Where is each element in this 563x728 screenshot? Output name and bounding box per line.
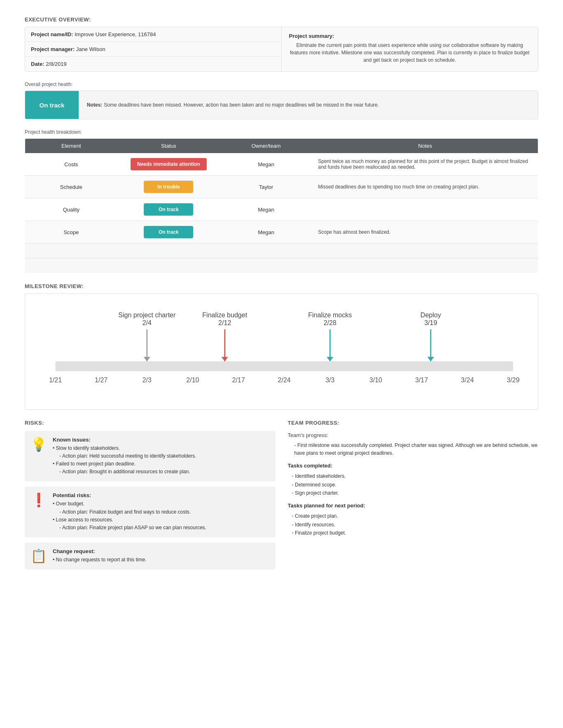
owner-cell: Megan — [220, 198, 312, 221]
list-item: Determined scope. — [292, 481, 539, 489]
list-item: Identified stakeholders. — [292, 472, 539, 480]
team-progress-section: TEAM PROGRESS: Team's progress: First mi… — [288, 420, 539, 575]
notes-cell: Spent twice as much money as planned for… — [312, 153, 538, 176]
risk-icon: 💡 — [30, 437, 47, 452]
risk-card: 💡Known issues:Slow to identify stakehold… — [25, 431, 276, 482]
date-value: 2/8/2019 — [46, 61, 67, 67]
notes-text: Some deadlines have been missed. However… — [104, 102, 379, 108]
element-cell: Scope — [25, 221, 117, 244]
team-intro-text: First milestone was successfully complet… — [288, 442, 539, 457]
milestone-section: MILESTONE REVIEW: 1/211/272/32/102/172/2… — [25, 283, 538, 410]
element-cell: Costs — [25, 153, 117, 176]
project-manager-label: Project manager: — [31, 46, 75, 52]
empty-row — [25, 258, 538, 273]
risks-section: RISKS: 💡Known issues:Slow to identify st… — [25, 420, 276, 575]
svg-text:2/24: 2/24 — [278, 376, 291, 384]
svg-marker-13 — [144, 357, 150, 361]
svg-text:2/10: 2/10 — [186, 376, 199, 384]
status-badge: On track — [144, 226, 193, 238]
team-content: Team's progress: First milestone was suc… — [288, 431, 539, 537]
svg-text:Sign project charter: Sign project charter — [118, 311, 176, 319]
svg-text:2/28: 2/28 — [324, 319, 336, 326]
svg-text:2/3: 2/3 — [143, 376, 152, 384]
list-item: Failed to meet project plan deadline. — [53, 460, 196, 468]
health-notes: Notes: Some deadlines have been missed. … — [79, 91, 387, 119]
timeline-svg: 1/211/272/32/102/172/243/33/103/173/243/… — [33, 306, 530, 400]
executive-overview-title: EXECUTIVE OVERVIEW: — [25, 16, 538, 23]
svg-text:3/3: 3/3 — [325, 376, 334, 384]
risks-title: RISKS: — [25, 420, 276, 426]
col-element: Element — [25, 139, 117, 154]
summary-text: Eliminate the current pain points that u… — [289, 42, 531, 64]
risk-card: ❗Potential risks:Over budget.Action plan… — [25, 486, 276, 537]
svg-rect-0 — [56, 361, 513, 371]
tasks-next-label: Tasks planned for next period: — [288, 501, 539, 510]
svg-marker-21 — [327, 357, 333, 361]
team-progress-title: TEAM PROGRESS: — [288, 420, 539, 426]
status-badge: Needs immediate attention — [131, 158, 207, 170]
team-intro-label: Team's progress: — [288, 431, 539, 440]
tasks-next-group: Tasks planned for next period: Create pr… — [288, 501, 539, 537]
risks-container: 💡Known issues:Slow to identify stakehold… — [25, 431, 276, 570]
svg-text:2/12: 2/12 — [218, 319, 231, 326]
milestone-chart-wrapper: 1/211/272/32/102/172/243/33/103/173/243/… — [25, 293, 538, 410]
status-cell: On track — [117, 221, 220, 244]
notes-cell: Missed deadlines due to spending too muc… — [312, 176, 538, 198]
svg-text:1/21: 1/21 — [49, 376, 62, 384]
table-row: QualityOn trackMegan — [25, 198, 538, 221]
exec-right-column: Project summary: Eliminate the current p… — [282, 27, 538, 71]
health-status-button: On track — [25, 91, 79, 119]
list-item: Slow to identify stakeholders. — [53, 444, 196, 452]
date-label: Date: — [31, 61, 44, 67]
health-box: On track Notes: Some deadlines have been… — [25, 91, 538, 119]
list-item: Lose access to resources. — [53, 516, 206, 524]
list-item: Action plan: Brought in additional resou… — [53, 468, 196, 476]
table-row: ScheduleIn troubleTaylorMissed deadlines… — [25, 176, 538, 198]
col-notes: Notes — [312, 139, 538, 154]
svg-marker-25 — [428, 357, 434, 361]
breakdown-tbody: CostsNeeds immediate attentionMeganSpent… — [25, 153, 538, 273]
empty-row — [25, 244, 538, 258]
timeline-svg-wrapper: 1/211/272/32/102/172/243/33/103/173/243/… — [33, 306, 530, 401]
risk-card: 📋Change request:No change requests to re… — [25, 542, 276, 570]
svg-text:3/17: 3/17 — [415, 376, 428, 384]
table-row: CostsNeeds immediate attentionMeganSpent… — [25, 153, 538, 176]
svg-text:3/29: 3/29 — [507, 376, 519, 384]
overall-health-section: Overall project health: On track Notes: … — [25, 81, 538, 119]
tasks-completed-group: Tasks completed: Identified stakeholders… — [288, 461, 539, 497]
tasks-completed-list: Identified stakeholders.Determined scope… — [288, 472, 539, 497]
milestone-title: MILESTONE REVIEW: — [25, 283, 538, 289]
svg-marker-17 — [222, 357, 228, 361]
list-item: Action plan: Finalize project plan ASAP … — [53, 524, 206, 532]
risk-title: Change request: — [53, 548, 147, 554]
svg-text:3/24: 3/24 — [461, 376, 474, 384]
svg-text:1/27: 1/27 — [95, 376, 107, 384]
bottom-section: RISKS: 💡Known issues:Slow to identify st… — [25, 420, 538, 575]
tasks-completed-label: Tasks completed: — [288, 461, 539, 470]
risk-content: Change request:No change requests to rep… — [53, 548, 147, 564]
owner-cell: Megan — [220, 153, 312, 176]
project-manager-value: Jane Wilson — [76, 46, 105, 52]
project-name-value: Improve User Experience, 116784 — [75, 31, 156, 37]
risk-title: Known issues: — [53, 437, 196, 443]
svg-text:Deploy: Deploy — [420, 311, 441, 319]
status-badge: In trouble — [144, 181, 193, 193]
summary-title: Project summary: — [289, 33, 531, 39]
project-manager-field: Project manager: Jane Wilson — [25, 42, 281, 57]
breakdown-table: Element Status Owner/team Notes CostsNee… — [25, 138, 538, 273]
list-item: Action plan: Finalize budget and find wa… — [53, 508, 206, 516]
status-badge: On track — [144, 203, 193, 216]
health-label: Overall project health: — [25, 81, 538, 87]
risk-content: Potential risks:Over budget.Action plan:… — [53, 492, 206, 532]
breakdown-thead: Element Status Owner/team Notes — [25, 139, 538, 154]
risk-content: Known issues:Slow to identify stakeholde… — [53, 437, 196, 476]
col-owner: Owner/team — [220, 139, 312, 154]
list-item: Action plan: Held successful meeting to … — [53, 452, 196, 460]
risk-icon: 📋 — [30, 548, 47, 564]
breakdown-section: Project health breakdown: Element Status… — [25, 129, 538, 273]
status-cell: In trouble — [117, 176, 220, 198]
list-item: Finalize project budget. — [292, 529, 539, 537]
notes-cell: Scope has almost been finalized. — [312, 221, 538, 244]
svg-text:3/19: 3/19 — [424, 319, 437, 326]
executive-overview-grid: Project name/ID: Improve User Experience… — [25, 27, 538, 72]
